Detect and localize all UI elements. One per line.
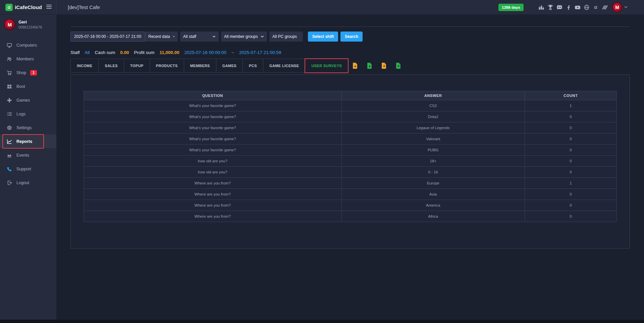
sidebar-item-boot[interactable]: Boot [0,79,56,93]
date-range-input[interactable] [70,32,145,42]
profit-sum-value: 11,000.00 [159,50,179,55]
pc-group-select[interactable]: All PC groups [269,32,303,42]
tab-topup[interactable]: TOPUP [124,59,150,72]
cell-question: how old are you? [84,167,342,177]
sidebar-item-label: Support [16,167,31,171]
cell-count: 1 [525,100,616,111]
table-row: What's your favorite game? Legaue of Leg… [84,122,616,133]
cash-sum-value: 0.00 [120,50,129,55]
sidebar-item-reports[interactable]: Reports [0,134,56,148]
tab-products[interactable]: PRODUCTS [150,59,184,72]
gamepad-icon [7,98,12,103]
chevron-down-icon[interactable] [624,4,628,10]
svg-text:X: X [397,64,399,68]
tab-income[interactable]: INCOME [71,59,99,72]
sidebar-item-games[interactable]: Games [0,93,56,107]
cell-answer: CS2 [342,100,525,111]
trophy-icon[interactable] [547,4,554,11]
cell-question: how old are you? [84,156,342,166]
column-header-answer: ANSWER [342,91,525,100]
tab-user-surveys[interactable]: USER SURVEYS [305,59,348,72]
select-shift-button[interactable]: Select shift [308,32,338,42]
survey-table: QUESTION ANSWER COUNT What's your favori… [84,91,617,222]
table-row: What's your favorite game? CS2 1 [84,100,616,111]
export-excel-yellow-icon[interactable]: X [382,63,386,69]
tab-pcs[interactable]: PCS [243,59,263,72]
search-button[interactable]: Search [340,32,363,42]
license-days-badge[interactable]: 1288 days [498,4,524,11]
tab-members[interactable]: MEMBERS [184,59,216,72]
icafecloud-logo-icon: i2 [5,4,13,11]
export-pdf-yellow-icon[interactable] [353,63,358,69]
sidebar-item-label: Boot [16,84,25,89]
cell-question: What's your favorite game? [84,122,342,133]
profit-sum-label: Profit sum [134,50,155,55]
tab-game-license[interactable]: GAME LICENSE [263,59,306,72]
sidebar-user-block: M Geri 008612345678 [0,15,56,34]
facebook-icon[interactable] [565,4,572,11]
sidebar-item-computers[interactable]: Computers [0,38,56,52]
export-excel-green-icon[interactable]: X [396,63,401,69]
sidebar-item-settings[interactable]: Settings [0,121,56,134]
cell-count: 0 [525,111,616,122]
tab-sales[interactable]: SALES [99,59,124,72]
chevron-down-icon [173,35,175,38]
export-pdf-green-icon[interactable] [367,63,372,69]
sidebar-item-label: Computers [16,43,37,48]
table-header-row: QUESTION ANSWER COUNT [84,91,616,100]
cash-sum-label: Cash sum [95,50,115,55]
windows-icon [7,84,12,89]
sidebar-item-label: Reports [16,139,32,144]
ranking-icon[interactable] [538,4,545,11]
cell-question: Where are you from? [84,189,342,200]
sidebar-item-label: Events [16,153,29,158]
cell-answer: Asia [342,189,525,200]
sidebar-item-label: Shop [16,70,26,75]
user-name: Geri [18,20,42,24]
cell-answer: 18+ [342,156,525,166]
layers-icon[interactable] [601,4,608,11]
cell-count: 0 [525,200,616,211]
sidebar-avatar[interactable]: M [4,19,15,30]
staff-label: Staff [70,50,80,55]
cell-count: 0 [525,133,616,144]
shop-count-badge: 1 [30,70,37,75]
sidebar-item-logs[interactable]: Logs [0,107,56,121]
sidebar-item-shop[interactable]: Shop 1 [0,66,56,79]
youtube-icon[interactable] [574,4,581,11]
sidebar-item-support[interactable]: Support [0,162,56,176]
sidebar-item-label: Logs [16,112,25,116]
staff-select[interactable]: All staff [180,32,219,42]
crown-icon [7,153,12,158]
chart-icon [7,139,12,144]
user-avatar[interactable]: M [612,2,622,12]
cell-count: 0 [525,145,616,155]
hamburger-menu-icon[interactable] [46,5,52,9]
table-row: What's your favorite game? Valorant 0 [84,133,616,144]
brand-name: iCafeCloud [15,4,42,10]
sidebar-nav: Computers Members Shop 1 Boot Games [0,38,56,190]
sidebar-item-events[interactable]: Events [0,148,56,162]
icafecloud-icon[interactable]: i2 [592,4,599,11]
data-mode-select[interactable]: Recent data [145,32,178,42]
report-tabs: INCOME SALES TOPUP PRODUCTS MEMBERS GAME… [70,59,348,73]
cell-count: 0 [525,156,616,166]
list-icon [7,111,12,117]
sidebar-item-label: Settings [16,125,32,130]
column-header-count: COUNT [525,91,616,100]
discord-icon[interactable] [556,4,563,11]
cell-question: Where are you from? [84,200,342,211]
staff-value[interactable]: All [85,50,90,55]
sidebar-item-members[interactable]: Members [0,52,56,66]
table-row: Where are you from? America 0 [84,200,616,211]
user-phone: 008612345678 [18,25,42,29]
tab-games[interactable]: GAMES [216,59,243,72]
report-card: QUESTION ANSWER COUNT What's your favori… [70,74,630,249]
member-group-select[interactable]: All member groups [221,32,267,42]
cell-question: What's your favorite game? [84,111,342,122]
sidebar-item-logout[interactable]: Logout [0,176,56,190]
members-icon [7,56,12,62]
globe-icon[interactable] [583,4,590,11]
report-tabs-row: INCOME SALES TOPUP PRODUCTS MEMBERS GAME… [70,59,630,73]
period-start: 2025-07-16 00:00:00 [184,50,226,55]
